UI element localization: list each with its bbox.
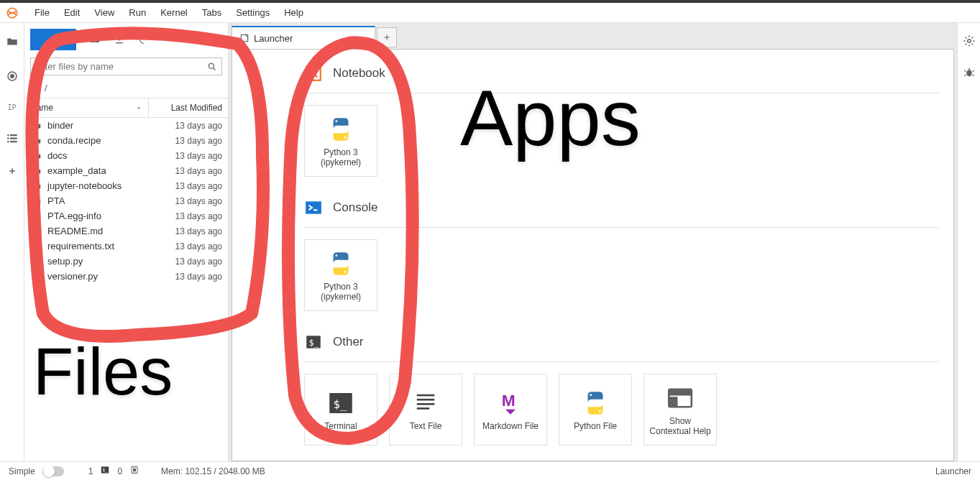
svg-line-41 [964, 75, 966, 76]
new-tab-button[interactable] [377, 27, 397, 47]
file-row[interactable]: docs13 days ago [24, 148, 228, 163]
svg-line-42 [972, 75, 974, 76]
other-card[interactable]: ShowContextual Help [644, 374, 717, 446]
property-inspector-icon[interactable] [963, 34, 976, 47]
search-icon [207, 62, 217, 72]
filter-files-input[interactable] [35, 61, 207, 72]
simple-mode-label: Simple [9, 466, 35, 476]
menu-help[interactable]: Help [277, 4, 311, 21]
terminals-count[interactable]: 1 [88, 466, 93, 476]
file-row[interactable]: setup.py13 days ago [24, 254, 228, 269]
file-type-icon [30, 211, 43, 221]
svg-point-17 [344, 137, 347, 139]
file-row[interactable]: jupyter-notebooks13 days ago [24, 178, 228, 193]
card-label: Python 3(ipykernel) [318, 282, 364, 303]
file-name: versioner.py [47, 271, 143, 282]
col-name-label: Name [30, 103, 53, 113]
menu-file[interactable]: File [27, 4, 57, 21]
file-type-icon [30, 257, 43, 267]
svg-rect-35 [669, 397, 677, 407]
file-name: binder [47, 120, 143, 131]
new-launcher-button[interactable] [30, 29, 76, 50]
simple-mode-toggle[interactable] [42, 466, 64, 476]
jupyter-logo-icon [6, 6, 19, 19]
console-section-icon [304, 198, 323, 217]
file-type-icon [30, 121, 43, 131]
card-label: Python File [571, 421, 620, 431]
notebook-card[interactable]: Python 3(ipykernel) [304, 105, 377, 177]
svg-point-2 [10, 75, 14, 78]
menu-run[interactable]: Run [122, 4, 153, 21]
file-name: PTA [47, 195, 143, 206]
status-bar: Simple 1 $_ 0 Mem: 102.15 / 2048.00 MB L… [0, 461, 980, 480]
folder-tab-icon[interactable] [5, 34, 19, 49]
svg-rect-3 [7, 134, 9, 136]
python-icon [326, 249, 356, 279]
new-folder-icon[interactable] [89, 34, 101, 45]
kernel-status-icon [129, 465, 139, 477]
tab-launcher[interactable]: Launcher [232, 26, 375, 49]
svg-line-39 [964, 70, 966, 72]
terminal-status-icon: $_ [100, 465, 110, 477]
svg-point-31 [590, 394, 592, 396]
file-modified: 13 days ago [143, 136, 222, 146]
toc-tab-icon[interactable] [5, 131, 19, 146]
svg-rect-6 [10, 138, 17, 139]
svg-text:$_: $_ [334, 397, 347, 411]
svg-rect-4 [10, 134, 17, 136]
other-card[interactable]: Python File [559, 374, 632, 446]
card-label: Terminal [321, 421, 360, 431]
kernels-count[interactable]: 0 [117, 466, 122, 476]
other-card[interactable]: Text File [389, 374, 462, 446]
svg-rect-34 [669, 389, 692, 395]
file-name: conda.recipe [47, 135, 143, 146]
svg-point-16 [335, 120, 337, 122]
file-modified: 13 days ago [143, 211, 222, 221]
file-row[interactable]: versioner.py13 days ago [24, 269, 228, 284]
launcher-icon [239, 33, 249, 43]
file-browser-panel: / Name Last Modified binder13 days agoco… [24, 23, 229, 461]
file-row[interactable]: MREADME.md13 days ago [24, 223, 228, 239]
upload-icon[interactable] [114, 34, 125, 45]
file-row[interactable]: example_data13 days ago [24, 163, 228, 178]
file-row[interactable]: requirements.txt13 days ago [24, 239, 228, 254]
svg-point-37 [966, 70, 972, 76]
menu-view[interactable]: View [87, 4, 122, 21]
menu-edit[interactable]: Edit [57, 4, 87, 21]
file-type-icon [30, 136, 43, 146]
other-card[interactable]: MMarkdown File [474, 374, 547, 446]
file-row[interactable]: binder13 days ago [24, 118, 228, 133]
breadcrumb[interactable]: / [24, 78, 228, 98]
running-tab-icon[interactable] [5, 69, 19, 83]
file-row[interactable]: conda.recipe13 days ago [24, 133, 228, 148]
card-label: ShowContextual Help [646, 416, 713, 437]
menubar: File Edit View Run Kernel Tabs Settings … [0, 3, 980, 23]
col-modified-header[interactable]: Last Modified [149, 98, 228, 117]
file-name: jupyter-notebooks [47, 180, 143, 191]
menu-settings[interactable]: Settings [229, 4, 277, 21]
debugger-icon[interactable] [963, 66, 976, 79]
svg-point-32 [599, 410, 601, 412]
tab-title: Launcher [254, 33, 293, 44]
col-name-header[interactable]: Name [24, 98, 149, 117]
refresh-icon[interactable] [138, 34, 150, 45]
python-icon [580, 388, 610, 418]
other-card[interactable]: $_Terminal [304, 374, 377, 446]
filter-files-input-wrap[interactable] [30, 57, 222, 75]
breadcrumb-root[interactable]: / [45, 83, 47, 93]
file-row[interactable]: PTA.egg-info13 days ago [24, 208, 228, 223]
notebook-section-icon [304, 64, 323, 83]
file-modified: 13 days ago [143, 181, 222, 191]
file-name: requirements.txt [47, 241, 143, 251]
svg-rect-9 [116, 42, 122, 43]
console-card[interactable]: Python 3(ipykernel) [304, 239, 377, 311]
menu-kernel[interactable]: Kernel [153, 4, 195, 21]
tab-bar: Launcher [232, 26, 954, 49]
extensions-tab-icon[interactable] [5, 166, 19, 180]
filebrowser-toolbar [24, 23, 228, 55]
file-row[interactable]: PTA13 days ago [24, 193, 228, 208]
file-modified: 13 days ago [143, 196, 222, 206]
file-name: README.md [47, 226, 143, 236]
menu-tabs[interactable]: Tabs [195, 4, 229, 21]
file-modified: 13 days ago [143, 272, 222, 282]
